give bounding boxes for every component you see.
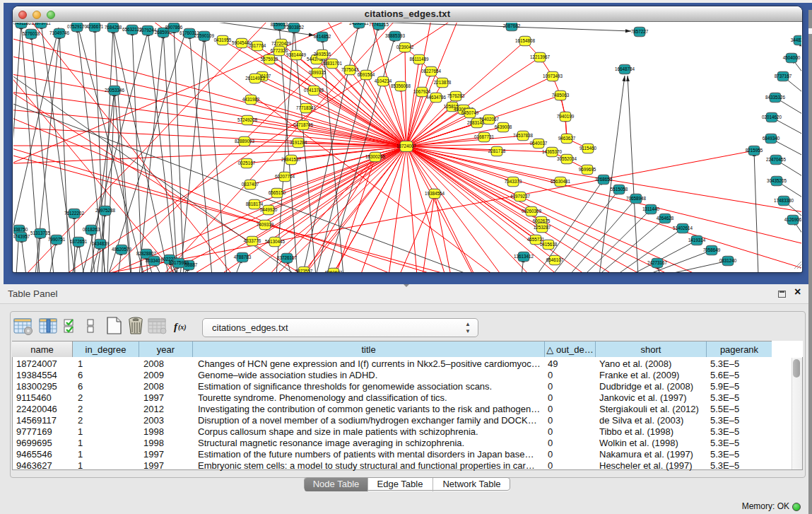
svg-text:5575918: 5575918	[261, 57, 278, 62]
svg-text:4264628: 4264628	[657, 216, 674, 221]
svg-text:16154808: 16154808	[515, 38, 536, 43]
svg-text:77741215: 77741215	[369, 23, 389, 27]
svg-text:41979237: 41979237	[510, 194, 531, 199]
svg-text:9699695: 9699695	[579, 167, 596, 172]
svg-text:1415618: 1415618	[540, 242, 558, 247]
svg-text:6439008: 6439008	[495, 124, 512, 129]
svg-text:21590109: 21590109	[194, 33, 215, 38]
svg-text:02014620: 02014620	[762, 115, 782, 119]
svg-text:0025167: 0025167	[238, 160, 256, 165]
svg-text:3191284: 3191284	[290, 140, 307, 145]
svg-text:09260309: 09260309	[522, 209, 542, 214]
svg-text:6849340: 6849340	[763, 136, 780, 141]
svg-text:48620579: 48620579	[112, 247, 132, 252]
svg-text:17483380: 17483380	[774, 198, 794, 203]
svg-text:0831240: 0831240	[719, 258, 737, 263]
svg-text:76402067: 76402067	[479, 117, 500, 122]
svg-text:76122202: 76122202	[64, 211, 85, 216]
svg-text:8215955: 8215955	[746, 148, 763, 153]
svg-text:60207764: 60207764	[275, 174, 295, 179]
svg-text:5873557: 5873557	[295, 269, 313, 272]
svg-text:0640037: 0640037	[530, 141, 548, 146]
svg-text:7684268: 7684268	[105, 25, 122, 30]
svg-text:0317764: 0317764	[249, 43, 266, 48]
svg-text:4788783: 4788783	[234, 255, 252, 259]
svg-text:57491186: 57491186	[13, 23, 31, 25]
svg-text:85356068: 85356068	[391, 83, 411, 88]
svg-text:74537838: 74537838	[513, 133, 534, 138]
svg-text:8737167: 8737167	[775, 74, 792, 78]
svg-text:7343373: 7343373	[505, 179, 522, 184]
svg-text:18724007: 18724007	[396, 144, 417, 148]
svg-text:80175989: 80175989	[169, 260, 189, 265]
svg-text:38831701: 38831701	[322, 61, 343, 66]
svg-text:8033401: 8033401	[146, 258, 163, 263]
svg-text:44634786: 44634786	[426, 95, 447, 100]
svg-text:4126906: 4126906	[784, 217, 801, 222]
svg-text:30435205: 30435205	[767, 178, 787, 183]
svg-text:6372651: 6372651	[70, 239, 88, 244]
svg-text:6450749: 6450749	[461, 110, 479, 115]
svg-text:7940199: 7940199	[557, 114, 575, 119]
svg-text:55979711: 55979711	[31, 23, 51, 25]
svg-text:1311440: 1311440	[642, 206, 660, 211]
svg-text:8818174: 8818174	[246, 201, 264, 206]
svg-text:1253287: 1253287	[534, 225, 551, 230]
svg-text:12213967: 12213967	[530, 54, 551, 59]
svg-text:13613412: 13613412	[514, 254, 534, 259]
svg-text:2087682: 2087682	[503, 23, 521, 28]
svg-text:9463627: 9463627	[558, 136, 576, 141]
svg-text:0018263: 0018263	[83, 227, 100, 232]
svg-text:07529170: 07529170	[67, 24, 88, 29]
svg-text:20053346: 20053346	[105, 88, 125, 93]
svg-text:72720429: 72720429	[271, 41, 292, 46]
svg-text:7990751: 7990751	[48, 237, 66, 242]
svg-text:10973493: 10973493	[543, 74, 563, 78]
svg-text:51402614: 51402614	[673, 226, 693, 230]
svg-text:18300295: 18300295	[365, 154, 386, 159]
svg-text:2493516: 2493516	[314, 52, 331, 57]
svg-text:6360607: 6360607	[325, 270, 343, 272]
svg-text:0399315: 0399315	[309, 70, 326, 75]
svg-text:(x): (x)	[178, 323, 187, 332]
svg-text:4655721: 4655721	[527, 237, 545, 242]
svg-text:9115460: 9115460	[579, 146, 597, 151]
svg-text:14365370: 14365370	[542, 149, 563, 154]
svg-text:08227654: 08227654	[421, 69, 442, 74]
svg-text:26114913: 26114913	[245, 76, 265, 81]
svg-text:56130445: 56130445	[265, 239, 286, 244]
svg-text:29975288: 29975288	[95, 208, 116, 213]
svg-text:93814449: 93814449	[286, 52, 307, 57]
svg-text:4236671: 4236671	[86, 24, 104, 29]
svg-text:6691564: 6691564	[358, 72, 375, 77]
svg-text:70658948: 70658948	[626, 196, 647, 201]
svg-text:0431955: 0431955	[214, 37, 232, 42]
svg-text:7375043: 7375043	[341, 67, 359, 72]
svg-text:7058649: 7058649	[703, 247, 721, 252]
svg-text:07413748: 07413748	[304, 88, 324, 93]
svg-text:2213878: 2213878	[434, 80, 452, 85]
svg-text:0837407: 0837407	[242, 182, 259, 187]
svg-text:6546107: 6546107	[546, 257, 564, 262]
svg-text:38885393: 38885393	[385, 33, 406, 38]
svg-text:19384554: 19384554	[425, 191, 445, 196]
svg-text:30552034: 30552034	[557, 156, 577, 161]
svg-text:8907866: 8907866	[165, 25, 183, 30]
svg-text:5515058: 5515058	[611, 187, 628, 192]
svg-text:72803852: 72803852	[284, 25, 305, 30]
svg-text:0434839: 0434839	[92, 241, 110, 246]
svg-text:82889093: 82889093	[235, 139, 255, 144]
svg-text:6338750: 6338750	[13, 227, 28, 232]
svg-text:4333776: 4333776	[244, 238, 261, 243]
svg-text:7857227: 7857227	[631, 29, 649, 34]
svg-text:7409319: 7409319	[257, 222, 274, 227]
svg-text:16648784: 16648784	[615, 66, 635, 71]
svg-text:1067924: 1067924	[413, 89, 431, 94]
svg-text:5276018: 5276018	[23, 31, 40, 36]
svg-text:71049746: 71049746	[49, 30, 70, 35]
svg-text:01687731: 01687731	[474, 134, 495, 139]
svg-text:3268656: 3268656	[595, 177, 613, 182]
svg-text:0239042: 0239042	[396, 45, 414, 49]
svg-text:1419314: 1419314	[688, 238, 706, 243]
svg-text:4504000: 4504000	[783, 55, 801, 60]
